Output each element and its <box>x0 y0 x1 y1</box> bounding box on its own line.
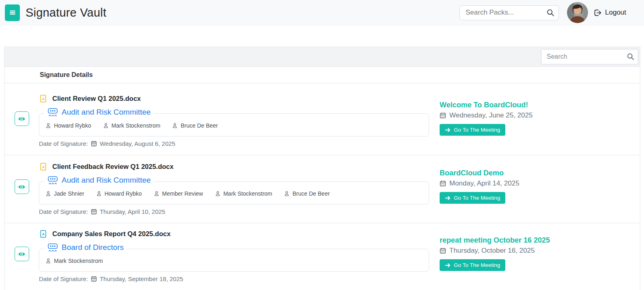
go-to-meeting-button[interactable]: Go To The Meeting <box>440 192 505 204</box>
signer-name: Jade Shnier <box>54 190 84 197</box>
table-row: Company Sales Report Q4 2025.docx Board … <box>4 223 640 290</box>
signature-date: Thursday, September 18, 2025 <box>100 275 183 282</box>
arrow-right-icon <box>445 128 451 132</box>
logout-button[interactable]: Logout <box>593 9 626 17</box>
committee-name: Audit and Risk Committee <box>62 176 151 185</box>
app-header: Signature Vault Logo <box>0 0 644 26</box>
hamburger-menu-button[interactable] <box>5 4 20 21</box>
committee-group-icon <box>47 243 58 252</box>
go-to-meeting-button[interactable]: Go To The Meeting <box>440 259 505 271</box>
signer-name: Howard Rybko <box>54 122 91 129</box>
eye-icon <box>18 184 26 190</box>
person-icon <box>215 191 221 196</box>
view-signature-button[interactable] <box>15 247 29 261</box>
date-of-signature-label: Date of Signature: <box>39 275 88 282</box>
person-icon <box>45 123 51 128</box>
signer: Howard Rybko <box>96 190 142 197</box>
search-icon <box>627 53 634 62</box>
page-title: Signature Vault <box>26 6 459 19</box>
pdf-file-icon <box>40 95 46 102</box>
eye-icon <box>18 251 26 257</box>
signature-date: Wednesday, August 6, 2025 <box>100 140 175 147</box>
signer: Howard Rybko <box>45 122 91 129</box>
table-search <box>541 49 638 64</box>
document-title: Company Sales Report Q4 2025.docx <box>52 230 171 238</box>
meeting-title-link[interactable]: Welcome To BoardCloud! <box>440 101 640 109</box>
table-row: Client Feedback Review Q1 2025.docx Audi… <box>4 155 640 223</box>
signer-list: Jade ShnierHoward RybkoMember ReviewMark… <box>45 190 423 197</box>
person-icon <box>284 191 290 196</box>
signer: Member Review <box>154 190 203 197</box>
committee-name: Audit and Risk Committee <box>62 108 151 117</box>
date-of-signature-label: Date of Signature: <box>39 140 88 147</box>
committee-fieldset: Audit and Risk Committee Howard RybkoMar… <box>39 113 429 136</box>
search-icon <box>547 9 554 18</box>
person-icon <box>96 191 102 196</box>
signer: Mark Stockenstrom <box>215 190 273 197</box>
calendar-icon <box>91 141 97 147</box>
person-icon <box>45 258 51 264</box>
signer: Bruce De Beer <box>284 190 330 197</box>
avatar[interactable] <box>567 2 588 23</box>
table-row: Client Review Q1 2025.docx Audit and Ris… <box>4 83 640 155</box>
card-toolbar <box>4 47 640 67</box>
meeting-date: Thursday, October 16, 2025 <box>449 247 535 255</box>
logout-label: Logout <box>605 9 626 17</box>
arrow-right-icon <box>445 196 451 200</box>
signer: Jade Shnier <box>45 190 84 197</box>
signer-name: Mark Stockenstrom <box>54 258 103 264</box>
signature-vault-card: Signature Details Client Review Q1 2025.… <box>4 47 640 290</box>
committee-fieldset: Board of Directors Mark Stockenstrom <box>39 249 429 272</box>
view-signature-button[interactable] <box>15 111 29 126</box>
signer-name: Mark Stockenstrom <box>112 122 161 129</box>
signer: Mark Stockenstrom <box>103 122 161 129</box>
calendar-icon <box>91 209 97 215</box>
signer-list: Howard RybkoMark StockenstromBruce De Be… <box>45 122 423 129</box>
meeting-title-link[interactable]: repeat meeting October 16 2025 <box>440 236 640 245</box>
meeting-title-link[interactable]: BoardCloud Demo <box>440 169 640 177</box>
calendar-icon <box>440 180 446 187</box>
signer: Mark Stockenstrom <box>45 258 103 264</box>
person-icon <box>45 191 51 196</box>
calendar-icon <box>91 276 97 282</box>
signer-list: Mark Stockenstrom <box>45 258 423 264</box>
main-content: Signature Details Client Review Q1 2025.… <box>0 26 644 290</box>
date-of-signature-label: Date of Signature: <box>39 208 88 215</box>
document-title: Client Feedback Review Q1 2025.docx <box>52 163 174 171</box>
signer: Bruce De Beer <box>172 122 218 129</box>
eye-icon <box>18 116 26 122</box>
arrow-right-icon <box>445 263 451 268</box>
committee-group-icon <box>47 108 58 117</box>
signer-name: Member Review <box>162 190 203 197</box>
person-icon <box>103 123 109 128</box>
hamburger-icon <box>9 9 16 16</box>
column-header-signature-details: Signature Details <box>4 71 93 79</box>
person-icon <box>172 123 178 128</box>
committee-name: Board of Directors <box>62 243 124 252</box>
signer-name: Mark Stockenstrom <box>223 190 273 197</box>
signer-name: Bruce De Beer <box>292 190 330 197</box>
signer-name: Bruce De Beer <box>180 122 218 129</box>
pdf-file-icon <box>40 163 46 171</box>
pdf-file-icon <box>40 230 46 238</box>
go-to-meeting-button[interactable]: Go To The Meeting <box>440 124 505 136</box>
committee-group-icon <box>47 176 58 185</box>
logout-icon <box>593 9 601 17</box>
document-title: Client Review Q1 2025.docx <box>52 95 141 102</box>
calendar-icon <box>440 247 446 254</box>
signer-name: Howard Rybko <box>105 190 142 197</box>
table-body: Client Review Q1 2025.docx Audit and Ris… <box>4 83 640 290</box>
search-packs-input[interactable] <box>459 5 559 20</box>
table-search-input[interactable] <box>541 49 638 64</box>
meeting-date: Wednesday, June 25, 2025 <box>449 111 532 119</box>
header-search <box>459 5 559 20</box>
calendar-icon <box>440 112 446 119</box>
person-icon <box>154 191 159 196</box>
table-header: Signature Details <box>4 67 640 83</box>
committee-fieldset: Audit and Risk Committee Jade ShnierHowa… <box>39 181 429 205</box>
signature-date: Thursday, April 10, 2025 <box>100 208 165 215</box>
view-signature-button[interactable] <box>15 179 29 194</box>
meeting-date: Monday, April 14, 2025 <box>449 179 519 188</box>
